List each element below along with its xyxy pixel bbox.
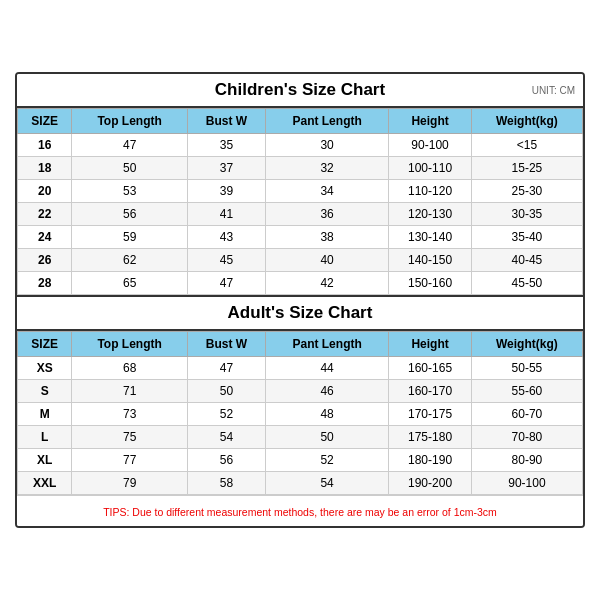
table-cell: 15-25: [471, 157, 582, 180]
children-size-table: SIZE Top Length Bust W Pant Length Heigh…: [17, 108, 583, 295]
table-cell: 56: [72, 203, 187, 226]
col-header-size: SIZE: [18, 109, 72, 134]
table-cell: 30-35: [471, 203, 582, 226]
table-cell: 24: [18, 226, 72, 249]
table-cell: 16: [18, 134, 72, 157]
table-cell: 58: [187, 472, 265, 495]
children-section-title: Children's Size Chart: [215, 80, 385, 99]
table-cell: 62: [72, 249, 187, 272]
table-cell: 50: [265, 426, 388, 449]
table-cell: 68: [72, 357, 187, 380]
tips-row: TIPS: Due to different measurement metho…: [17, 495, 583, 526]
table-cell: 43: [187, 226, 265, 249]
table-cell: 160-170: [389, 380, 472, 403]
table-cell: 54: [265, 472, 388, 495]
table-cell: 71: [72, 380, 187, 403]
col-header-height: Height: [389, 109, 472, 134]
table-cell: 60-70: [471, 403, 582, 426]
table-cell: 180-190: [389, 449, 472, 472]
table-cell: 59: [72, 226, 187, 249]
table-cell: 36: [265, 203, 388, 226]
table-row: 24594338130-14035-40: [18, 226, 583, 249]
table-row: 1647353090-100<15: [18, 134, 583, 157]
col-header-weight: Weight(kg): [471, 109, 582, 134]
adult-col-header-pant-length: Pant Length: [265, 332, 388, 357]
table-cell: 35: [187, 134, 265, 157]
table-cell: 90-100: [389, 134, 472, 157]
table-row: 26624540140-15040-45: [18, 249, 583, 272]
table-cell: 50: [72, 157, 187, 180]
adult-section-title: Adult's Size Chart: [228, 303, 373, 322]
col-header-bust-w: Bust W: [187, 109, 265, 134]
table-cell: 77: [72, 449, 187, 472]
size-chart-container: Children's Size Chart UNIT: CM SIZE Top …: [15, 72, 585, 528]
table-cell: 28: [18, 272, 72, 295]
table-row: 20533934110-12025-30: [18, 180, 583, 203]
adult-section: Adult's Size Chart SIZE Top Length Bust …: [17, 295, 583, 495]
adult-col-header-top-length: Top Length: [72, 332, 187, 357]
table-row: L755450175-18070-80: [18, 426, 583, 449]
adult-col-header-size: SIZE: [18, 332, 72, 357]
table-cell: 110-120: [389, 180, 472, 203]
table-cell: S: [18, 380, 72, 403]
table-cell: 73: [72, 403, 187, 426]
table-cell: 20: [18, 180, 72, 203]
table-cell: 47: [187, 357, 265, 380]
table-cell: 44: [265, 357, 388, 380]
table-row: XS684744160-16550-55: [18, 357, 583, 380]
table-row: 28654742150-16045-50: [18, 272, 583, 295]
table-cell: 190-200: [389, 472, 472, 495]
table-cell: 130-140: [389, 226, 472, 249]
table-cell: L: [18, 426, 72, 449]
table-row: XL775652180-19080-90: [18, 449, 583, 472]
table-cell: 55-60: [471, 380, 582, 403]
table-cell: 54: [187, 426, 265, 449]
adult-col-header-weight: Weight(kg): [471, 332, 582, 357]
table-row: M735248170-17560-70: [18, 403, 583, 426]
table-cell: XL: [18, 449, 72, 472]
adult-size-table: SIZE Top Length Bust W Pant Length Heigh…: [17, 331, 583, 495]
table-row: 22564136120-13030-35: [18, 203, 583, 226]
table-cell: 37: [187, 157, 265, 180]
table-cell: 25-30: [471, 180, 582, 203]
children-title-row: Children's Size Chart UNIT: CM: [17, 74, 583, 108]
table-cell: 50-55: [471, 357, 582, 380]
table-cell: 35-40: [471, 226, 582, 249]
children-header-row: SIZE Top Length Bust W Pant Length Heigh…: [18, 109, 583, 134]
table-cell: 40-45: [471, 249, 582, 272]
table-cell: 30: [265, 134, 388, 157]
table-cell: 56: [187, 449, 265, 472]
table-cell: 42: [265, 272, 388, 295]
table-cell: 90-100: [471, 472, 582, 495]
table-cell: 47: [72, 134, 187, 157]
unit-label: UNIT: CM: [532, 85, 575, 96]
table-cell: 38: [265, 226, 388, 249]
table-row: 18503732100-11015-25: [18, 157, 583, 180]
table-cell: 79: [72, 472, 187, 495]
table-cell: 100-110: [389, 157, 472, 180]
table-cell: 45: [187, 249, 265, 272]
table-cell: 53: [72, 180, 187, 203]
tips-text: TIPS: Due to different measurement metho…: [103, 506, 497, 518]
table-cell: 150-160: [389, 272, 472, 295]
col-header-top-length: Top Length: [72, 109, 187, 134]
table-cell: 46: [265, 380, 388, 403]
table-cell: 39: [187, 180, 265, 203]
table-cell: 160-165: [389, 357, 472, 380]
table-row: S715046160-17055-60: [18, 380, 583, 403]
adult-title-row: Adult's Size Chart: [17, 297, 583, 331]
table-cell: 75: [72, 426, 187, 449]
col-header-pant-length: Pant Length: [265, 109, 388, 134]
table-cell: 32: [265, 157, 388, 180]
table-cell: 48: [265, 403, 388, 426]
table-cell: 120-130: [389, 203, 472, 226]
table-cell: XS: [18, 357, 72, 380]
table-cell: 50: [187, 380, 265, 403]
table-cell: XXL: [18, 472, 72, 495]
table-row: XXL795854190-20090-100: [18, 472, 583, 495]
table-cell: 34: [265, 180, 388, 203]
adult-header-row: SIZE Top Length Bust W Pant Length Heigh…: [18, 332, 583, 357]
table-cell: 18: [18, 157, 72, 180]
table-cell: 40: [265, 249, 388, 272]
table-cell: 170-175: [389, 403, 472, 426]
